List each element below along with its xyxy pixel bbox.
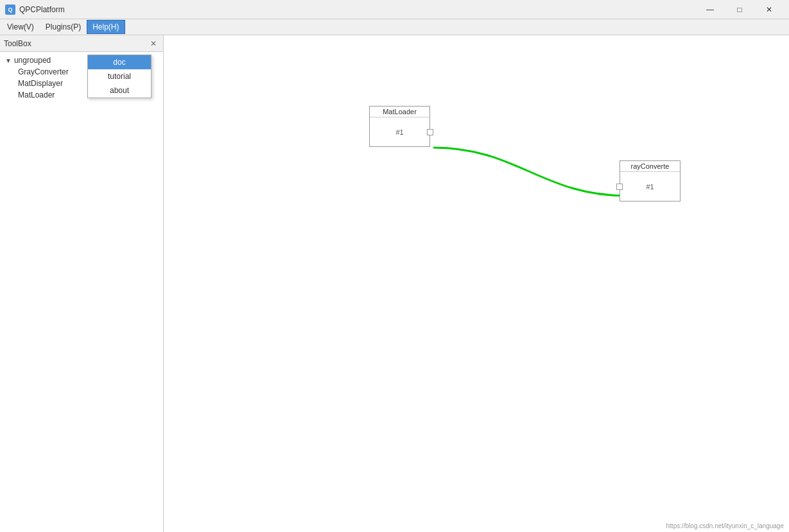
menu-bar: View(V) Plugins(P) Help(H) doc tutorial … (0, 19, 789, 35)
help-dropdown: doc tutorial about (87, 55, 152, 98)
menu-help-doc[interactable]: doc (88, 55, 151, 69)
menu-help-tutorial[interactable]: tutorial (88, 69, 151, 83)
app-icon: Q (5, 4, 15, 15)
tree-group-ungrouped-label: ungrouped (14, 56, 51, 65)
gray-converter-node[interactable]: rayConverte #1 (620, 160, 681, 202)
connection-layer (164, 35, 789, 532)
canvas-area[interactable]: MatLoader #1 rayConverte #1 https://blog… (164, 35, 789, 532)
menu-help-about[interactable]: about (88, 83, 151, 98)
mat-loader-output-port[interactable] (427, 129, 433, 135)
connection-path (433, 148, 626, 196)
gray-converter-input-port[interactable] (616, 184, 623, 190)
toolbox-panel: ToolBox ✕ ▼ ungrouped GrayConverter MatD… (0, 35, 164, 532)
toolbox-title: ToolBox (4, 39, 31, 48)
gray-converter-node-title: rayConverte (620, 161, 680, 172)
maximize-button[interactable]: □ (725, 0, 754, 19)
main-container: ToolBox ✕ ▼ ungrouped GrayConverter MatD… (0, 35, 789, 532)
menu-plugins[interactable]: Plugins(P) (40, 20, 87, 34)
mat-loader-node[interactable]: MatLoader #1 (369, 106, 430, 147)
minimize-button[interactable]: — (695, 0, 725, 19)
close-button[interactable]: ✕ (754, 0, 784, 19)
menu-view[interactable]: View(V) (1, 20, 40, 34)
toolbox-close-button[interactable]: ✕ (148, 38, 159, 49)
menu-help[interactable]: Help(H) (87, 20, 125, 34)
toolbox-header: ToolBox ✕ (0, 35, 163, 52)
watermark: https://blog.csdn.net/ityunxin_c_languag… (666, 522, 784, 529)
mat-loader-node-title: MatLoader (370, 107, 429, 117)
chevron-down-icon: ▼ (5, 57, 12, 64)
title-text: QPCPlatform (19, 5, 65, 14)
gray-converter-node-body: #1 (620, 172, 680, 201)
title-bar-left: Q QPCPlatform (5, 4, 65, 15)
title-bar: Q QPCPlatform — □ ✕ (0, 0, 789, 19)
gray-converter-node-label: #1 (646, 183, 654, 191)
window-controls: — □ ✕ (695, 0, 784, 19)
mat-loader-node-body: #1 (370, 117, 429, 146)
mat-loader-node-label: #1 (395, 128, 403, 136)
